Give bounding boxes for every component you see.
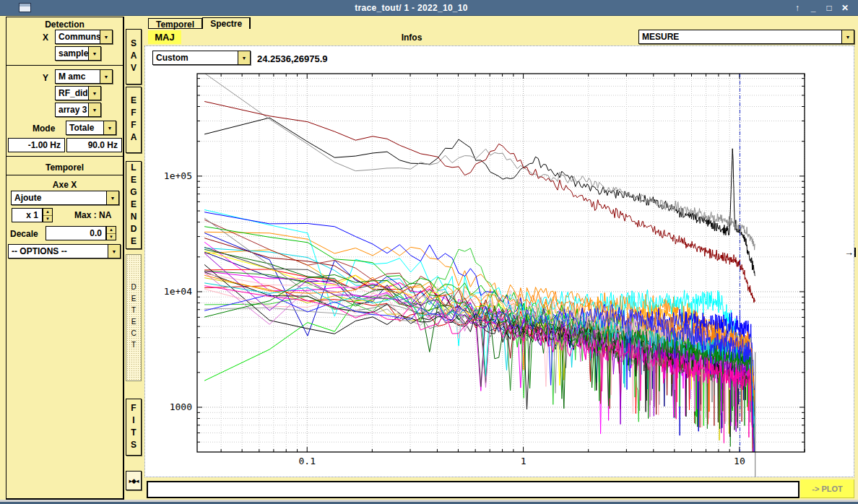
spinner-up-icon[interactable]: ▲ [43, 209, 52, 216]
window-bottom-frame [0, 500, 858, 504]
app-window-icon[interactable] [19, 3, 31, 12]
y-signal-combo[interactable]: RF_didq ▼ [55, 86, 101, 100]
y-source-combo[interactable]: M amc ▼ [55, 69, 113, 84]
maj-button[interactable]: MAJ [148, 30, 181, 44]
view-tabs: Temporel Spectre [148, 17, 251, 29]
temporel-section-title: Temporel [6, 162, 123, 173]
marker-tool-icon: ▸◆◂ [129, 477, 139, 485]
scale-factor-field[interactable]: x 1 [12, 208, 43, 222]
detection-title: Detection [6, 19, 123, 30]
plot-button[interactable]: -> PLOT [800, 479, 854, 498]
y-source-combo-value: M amc [56, 70, 100, 83]
marker-tool-button[interactable]: ▸◆◂ [126, 471, 142, 490]
detection-panel: Detection X Communs ▼ sample ▼ Y M amc ▼… [6, 17, 124, 500]
y-array-combo[interactable]: array 3 ▼ [55, 103, 101, 117]
x-source-combo-value: Communs [56, 30, 100, 43]
axe-x-label: Axe X [6, 180, 123, 190]
freq-max-field[interactable]: 90.0 Hz [66, 138, 122, 152]
shade-window-icon[interactable]: ↑ [792, 3, 803, 13]
options-combo-value: -- OPTIONS -- [9, 245, 108, 258]
title-bar: trace_tout/ 1 - 2022_10_10 ↑ _ □ ✕ [0, 0, 858, 16]
axis-mode-combo-value: Ajoute [12, 191, 106, 204]
dropdown-arrow-icon[interactable]: ▼ [841, 30, 854, 43]
spinner-down-icon[interactable]: ▼ [107, 234, 116, 240]
window-title: trace_tout/ 1 - 2022_10_10 [31, 3, 792, 13]
mode-combo-value: Totale [66, 121, 103, 134]
command-input[interactable] [147, 481, 800, 498]
dropdown-arrow-icon[interactable]: ▼ [108, 245, 120, 258]
separator [6, 65, 123, 66]
x-sample-combo-value: sample [56, 47, 88, 60]
minimize-window-icon[interactable]: _ [807, 3, 819, 13]
dropdown-arrow-icon[interactable]: ▼ [88, 103, 100, 116]
dropdown-arrow-icon[interactable]: ▼ [103, 121, 116, 134]
detect-button[interactable]: DETECT [126, 254, 142, 381]
decale-label: Decale [10, 229, 38, 239]
dropdown-arrow-icon[interactable]: ▼ [100, 70, 112, 83]
maximize-window-icon[interactable]: □ [823, 3, 835, 13]
svg-text:1: 1 [521, 456, 526, 466]
options-combo[interactable]: -- OPTIONS -- ▼ [8, 244, 121, 258]
infos-label: Infos [368, 32, 455, 43]
mesure-combo[interactable]: MESURE ▼ [638, 30, 854, 44]
y-label: Y [43, 73, 48, 83]
scale-factor-stepper[interactable]: ▲ ▼ [43, 208, 53, 222]
max-value-label: Max : NA [74, 210, 111, 220]
dropdown-arrow-icon[interactable]: ▼ [106, 191, 118, 204]
dropdown-arrow-icon[interactable]: ▼ [100, 30, 112, 43]
decale-field[interactable]: 0.0 [46, 226, 106, 240]
spinner-up-icon[interactable]: ▲ [107, 227, 116, 234]
spectra-chart[interactable]: 0.111010001e+041e+05 [145, 46, 855, 478]
svg-text:10: 10 [734, 456, 745, 466]
svg-text:1000: 1000 [170, 401, 192, 412]
axis-mode-combo[interactable]: Ajoute ▼ [11, 191, 119, 205]
tab-temporel[interactable]: Temporel [148, 18, 202, 29]
x-sample-combo[interactable]: sample ▼ [55, 46, 101, 61]
decale-stepper[interactable]: ▲ ▼ [106, 226, 116, 240]
x-label: X [43, 32, 48, 43]
svg-text:1e+05: 1e+05 [164, 170, 192, 181]
sav-button[interactable]: SAV [126, 29, 142, 84]
close-window-icon[interactable]: ✕ [839, 3, 851, 13]
svg-text:0.1: 0.1 [299, 456, 316, 466]
mesure-combo-value: MESURE [639, 30, 841, 43]
legende-button[interactable]: LEGENDE [126, 161, 142, 249]
mode-combo[interactable]: Totale ▼ [66, 121, 116, 135]
freq-min-field[interactable]: -1.00 Hz [8, 138, 65, 152]
plot-area[interactable]: Custom ▼ 24.2536,26975.9 0.111010001e+04… [144, 45, 854, 477]
y-array-combo-value: array 3 [56, 103, 88, 116]
app-window: trace_tout/ 1 - 2022_10_10 ↑ _ □ ✕ Detec… [0, 0, 858, 504]
effa-button[interactable]: EFFA [126, 87, 142, 153]
fits-button[interactable]: FITS [126, 399, 142, 456]
x-source-combo[interactable]: Communs ▼ [55, 30, 113, 44]
tab-spectre[interactable]: Spectre [202, 17, 251, 29]
dropdown-arrow-icon[interactable]: ▼ [88, 47, 100, 60]
mode-label: Mode [32, 123, 55, 134]
separator [6, 175, 123, 175]
svg-text:1e+04: 1e+04 [164, 286, 192, 297]
spinner-down-icon[interactable]: ▼ [43, 216, 52, 222]
y-signal-combo-value: RF_didq [56, 87, 88, 100]
dropdown-arrow-icon[interactable]: ▼ [88, 87, 100, 100]
separator [6, 156, 123, 157]
